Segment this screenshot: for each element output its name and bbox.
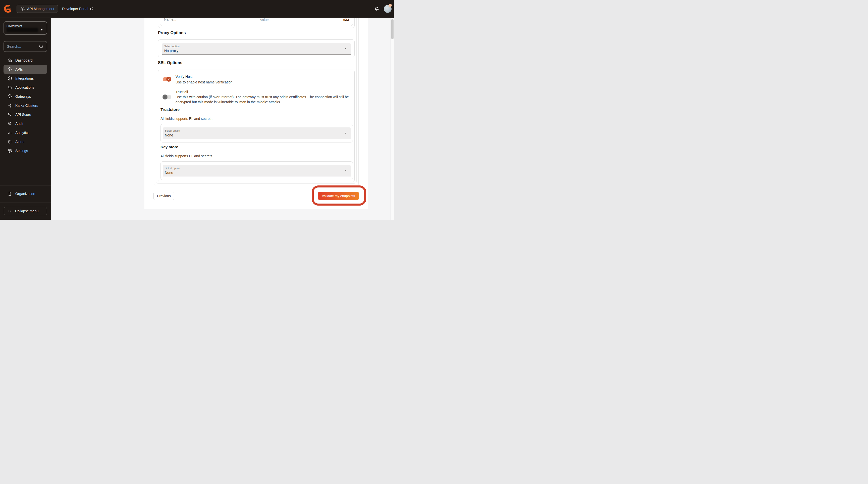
collapse-menu-label: Collapse menu (15, 209, 38, 213)
validate-endpoints-button[interactable]: Validate my endpoints (318, 192, 359, 200)
truststore-select-label: Select option (165, 129, 348, 132)
proxy-options-card: Select option No proxy (158, 39, 354, 57)
applications-icon (7, 85, 12, 90)
keystore-card: Select option None (160, 161, 353, 180)
sidebar-item-label: Alerts (15, 140, 24, 144)
sidebar-item-organization[interactable]: Organization (3, 189, 47, 198)
truststore-card: Select option None (160, 124, 353, 143)
sidebar-item-label: API Score (15, 113, 31, 117)
trust-all-label: Trust all (176, 90, 188, 94)
sidebar-item-kafka-clusters[interactable]: Kafka Clusters (3, 101, 47, 110)
sidebar-item-settings[interactable]: Settings (3, 146, 47, 155)
sidebar-item-label: Analytics (15, 131, 29, 135)
scrollbar-thumb[interactable] (391, 19, 394, 39)
environment-value-redacted (6, 28, 38, 32)
bar-chart-icon (7, 130, 12, 135)
sidebar-item-label: Gateways (15, 94, 31, 98)
product-switcher-label: API Management (27, 7, 54, 11)
environment-selector[interactable]: Environment (3, 21, 47, 35)
sidebar-item-apis[interactable]: APIs (3, 65, 47, 74)
proxy-select-label: Select option (164, 45, 348, 48)
sidebar-item-integrations[interactable]: Integrations (3, 74, 47, 83)
search-icon (39, 44, 44, 49)
developer-portal-label: Developer Portal (62, 7, 88, 11)
keystore-select-label: Select option (165, 167, 348, 170)
collapse-menu-button[interactable]: Collapse menu (4, 207, 47, 215)
developer-portal-link[interactable]: Developer Portal (62, 7, 93, 11)
proxy-select[interactable]: Select option No proxy (162, 43, 351, 55)
sidebar-nav: DashboardAPIsIntegrationsApplicationsGat… (3, 56, 47, 155)
keystore-select-value: None (165, 171, 348, 175)
previous-button[interactable]: Previous (153, 192, 174, 200)
external-link-icon (90, 7, 93, 10)
organization-label: Organization (15, 192, 35, 196)
el-badge-button[interactable]: {EL} (343, 18, 349, 21)
cloud-gear-icon (7, 67, 12, 71)
verify-host-toggle[interactable] (162, 77, 176, 82)
proxy-select-value: No proxy (164, 49, 348, 53)
sidebar-item-alerts[interactable]: Alerts (3, 137, 47, 146)
cloud-node-icon (7, 94, 12, 99)
sidebar-item-label: APIs (15, 67, 23, 71)
truststore-select[interactable]: Select option None (163, 127, 351, 139)
truststore-title: Truststore (160, 107, 180, 112)
gravitee-logo-icon[interactable] (3, 4, 12, 13)
home-icon (7, 58, 12, 63)
select-arrow-icon (344, 48, 347, 50)
notifications-bell-icon[interactable] (374, 6, 379, 11)
environment-label: Environment (6, 24, 22, 27)
collapse-icon (8, 209, 12, 213)
main-content-panel: Name... Value... {EL} Proxy Options Sele… (145, 18, 368, 209)
sidebar-search-input[interactable]: Search... (3, 41, 47, 52)
sidebar-divider (0, 185, 51, 185)
headers-table: Name... Value... {EL} (160, 18, 353, 26)
sidebar-item-audit[interactable]: Audit (3, 119, 47, 128)
trust-all-description: Use this with caution (if over Internet)… (176, 94, 351, 104)
sidebar-item-label: Dashboard (15, 58, 33, 62)
ssl-options-title: SSL Options (158, 61, 182, 65)
topbar: API Management Developer Portal (0, 0, 394, 18)
verify-host-description: Use to enable host name verification (176, 80, 232, 85)
sidebar: Environment Search... DashboardAPIsInteg… (0, 18, 51, 220)
keystore-title: Key store (160, 145, 178, 149)
app-screen: API Management Developer Portal Environm… (0, 0, 394, 220)
gear-icon (7, 149, 12, 153)
page-scrollbar[interactable] (391, 18, 394, 220)
select-arrow-icon (344, 170, 347, 172)
sidebar-divider (0, 203, 51, 203)
sidebar-item-applications[interactable]: Applications (3, 83, 47, 92)
keystore-hint: All fields supports EL and secrets (160, 154, 212, 158)
kafka-icon (7, 103, 12, 108)
search-placeholder: Search... (7, 44, 39, 49)
keystore-select[interactable]: Select option None (163, 165, 351, 177)
sidebar-item-gateways[interactable]: Gateways (3, 92, 47, 101)
chevron-down-icon (39, 28, 44, 32)
presence-dot (389, 4, 392, 7)
gear-icon (20, 6, 25, 11)
header-name-input[interactable]: Name... (164, 18, 176, 21)
truststore-hint: All fields supports EL and secrets (160, 117, 212, 121)
sidebar-item-label: Integrations (15, 77, 34, 81)
sidebar-item-label: Audit (15, 122, 23, 126)
cube-icon (7, 76, 12, 81)
product-switcher-api-management[interactable]: API Management (17, 5, 58, 13)
minus-icon (163, 95, 166, 98)
sidebar-item-label: Settings (15, 149, 28, 153)
proxy-options-title: Proxy Options (158, 31, 186, 35)
trust-all-toggle[interactable] (162, 94, 176, 100)
check-icon (167, 78, 170, 81)
select-arrow-icon (344, 132, 347, 134)
header-value-input[interactable]: Value... (260, 18, 272, 22)
sidebar-item-analytics[interactable]: Analytics (3, 128, 47, 137)
sidebar-item-label: Applications (15, 85, 34, 89)
ssl-options-card: Verify Host Use to enable host name veri… (158, 70, 354, 182)
building-icon (7, 191, 12, 196)
alarm-icon (7, 140, 12, 144)
truststore-select-value: None (165, 133, 348, 137)
search-check-icon (7, 121, 12, 126)
verify-host-label: Verify Host (176, 74, 193, 79)
sidebar-item-api-score[interactable]: API Score (3, 110, 47, 119)
shield-check-icon (7, 112, 12, 117)
sidebar-item-dashboard[interactable]: Dashboard (3, 56, 47, 65)
sidebar-item-label: Kafka Clusters (15, 103, 38, 108)
